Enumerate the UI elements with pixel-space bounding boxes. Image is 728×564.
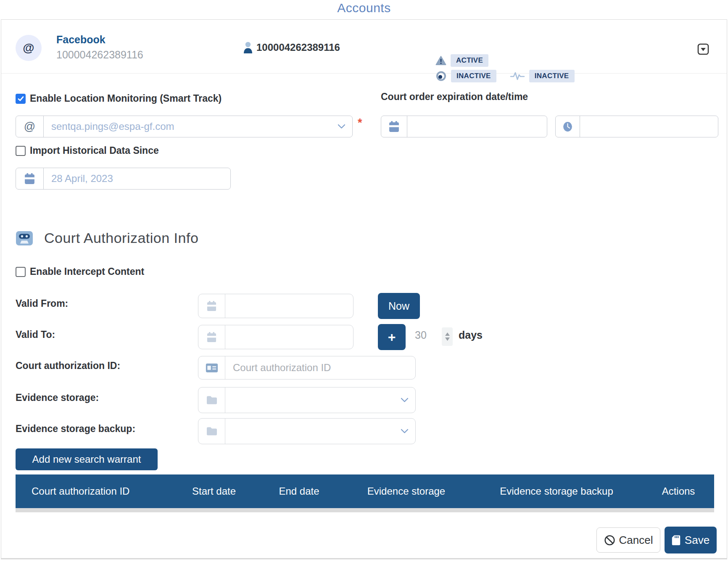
column-header-auth-id: Court authorization ID <box>16 485 172 497</box>
import-historical-label: Import Historical Data Since <box>30 145 159 156</box>
valid-from-field[interactable] <box>198 294 353 318</box>
accounts-page: { "page": { "title": "Accounts" }, "icon… <box>0 0 728 564</box>
chevron-down-icon <box>338 124 346 129</box>
days-stepper[interactable] <box>442 327 453 346</box>
chevron-down-icon <box>401 398 409 403</box>
platform-name-link[interactable]: Facebook <box>56 34 106 46</box>
valid-to-field[interactable] <box>198 325 353 349</box>
save-button-label: Save <box>685 534 710 547</box>
add-search-warrant-button[interactable]: Add new search warrant <box>16 448 158 470</box>
auth-id-label: Court authorization ID: <box>16 360 120 372</box>
evidence-storage-input[interactable] <box>225 387 401 413</box>
person-icon <box>243 42 253 53</box>
now-button[interactable]: Now <box>378 293 420 319</box>
intercept-content-checkbox[interactable] <box>16 267 26 277</box>
account-avatar: @ <box>16 35 42 61</box>
expiration-date-field[interactable] <box>381 116 547 137</box>
days-count-input[interactable] <box>415 329 438 341</box>
monitoring-email-select[interactable]: @ <box>16 116 353 137</box>
account-header: @ Facebook 100004262389116 1000042623891… <box>1 20 727 74</box>
court-order-expiration-heading: Court order expiration date/time <box>381 91 528 103</box>
collapse-caret-button[interactable] <box>697 43 709 55</box>
add-days-button[interactable]: + <box>378 324 406 350</box>
ban-icon <box>604 535 615 546</box>
expiration-time-input[interactable] <box>580 116 718 137</box>
calendar-icon <box>16 168 44 189</box>
pulse-icon <box>510 71 525 82</box>
import-historical-row: Import Historical Data Since <box>16 145 159 156</box>
page-title: Accounts <box>0 1 728 15</box>
account-card: @ Facebook 100004262389116 1000042623891… <box>1 19 727 559</box>
save-button[interactable]: Save <box>665 527 717 553</box>
clock-icon <box>556 116 580 137</box>
column-header-end-date: End date <box>256 485 342 497</box>
user-id-value: 100004262389116 <box>256 42 340 53</box>
column-header-start-date: Start date <box>172 485 256 497</box>
status-row-2: INACTIVE INACTIVE <box>435 69 575 82</box>
intercept-content-label: Enable Intercept Content <box>30 266 144 277</box>
at-icon: @ <box>16 116 44 137</box>
calendar-icon <box>381 116 407 137</box>
stepper-up-icon <box>445 332 450 336</box>
historical-date-input[interactable] <box>44 168 230 189</box>
calendar-icon <box>198 294 225 318</box>
expiration-date-input[interactable] <box>407 116 547 137</box>
folder-icon <box>198 387 225 413</box>
import-historical-checkbox[interactable] <box>16 146 26 156</box>
chevron-down-icon <box>401 429 409 434</box>
expiration-time-field[interactable] <box>555 116 718 137</box>
location-monitoring-checkbox[interactable] <box>16 94 26 104</box>
warrants-table-header: Court authorization ID Start date End da… <box>16 474 714 508</box>
status-badge: ACTIVE <box>451 54 488 67</box>
required-marker: * <box>358 116 362 129</box>
calendar-icon <box>198 325 225 349</box>
table-empty-strip <box>16 508 714 512</box>
evidence-backup-input[interactable] <box>225 419 401 444</box>
valid-to-input[interactable] <box>225 325 353 349</box>
save-icon <box>672 535 681 546</box>
platform-account-id: 100004262389116 <box>56 49 143 61</box>
warning-triangle-icon <box>435 55 446 66</box>
enable-location-monitoring-row: Enable Location Monitoring (Smart Track) <box>16 93 222 104</box>
cancel-button[interactable]: Cancel <box>596 527 660 553</box>
column-header-actions: Actions <box>643 485 714 497</box>
evidence-storage-select[interactable] <box>198 387 416 413</box>
court-authorization-section-header: Court Authorization Info <box>16 230 198 246</box>
evidence-backup-label: Evidence storage backup: <box>16 423 135 435</box>
location-monitoring-label: Enable Location Monitoring (Smart Track) <box>30 93 222 104</box>
monitoring-email-input[interactable] <box>44 116 338 137</box>
auth-id-input[interactable] <box>225 356 415 379</box>
auth-id-field[interactable] <box>198 356 416 380</box>
status-badge: INACTIVE <box>451 70 496 82</box>
column-header-evidence-storage: Evidence storage <box>342 485 470 497</box>
valid-to-label: Valid To: <box>16 329 55 340</box>
evidence-storage-label: Evidence storage: <box>16 392 99 403</box>
at-icon: @ <box>23 41 34 55</box>
cassette-icon <box>16 230 33 246</box>
status-badges: ACTIVE INACTIVE INACTIVE <box>435 54 575 85</box>
folder-icon <box>198 419 225 444</box>
days-label: days <box>459 329 483 341</box>
status-badge: INACTIVE <box>529 70 575 82</box>
valid-from-input[interactable] <box>225 294 353 318</box>
user-id-block: 100004262389116 <box>243 42 340 53</box>
cancel-button-label: Cancel <box>619 534 653 547</box>
eye-icon <box>435 71 447 82</box>
valid-from-label: Valid From: <box>16 298 68 309</box>
status-row-1: ACTIVE <box>435 54 575 67</box>
stepper-down-icon <box>445 337 450 341</box>
column-header-evidence-backup: Evidence storage backup <box>470 485 643 497</box>
enable-intercept-row: Enable Intercept Content <box>16 266 144 277</box>
court-authorization-heading: Court Authorization Info <box>44 230 198 246</box>
historical-date-field[interactable] <box>16 168 231 190</box>
evidence-backup-select[interactable] <box>198 418 416 444</box>
id-card-icon <box>198 356 225 379</box>
